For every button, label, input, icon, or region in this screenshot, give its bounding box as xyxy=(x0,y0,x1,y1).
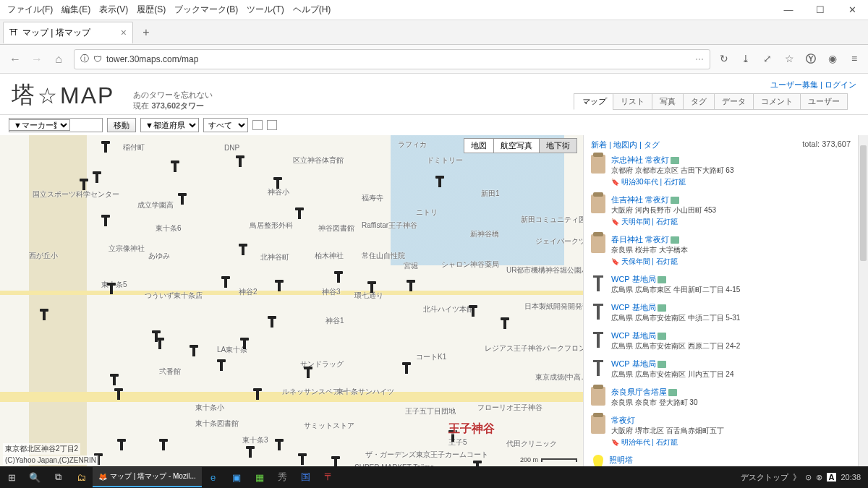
app-icon-5[interactable]: 〒 xyxy=(318,466,341,488)
tray-icon-1[interactable]: ⊙ xyxy=(805,473,812,482)
menu-item[interactable]: 編集(E) xyxy=(59,2,93,17)
nav-tab[interactable]: ユーザー xyxy=(800,93,848,110)
checkbox-1[interactable] xyxy=(252,120,263,130)
tray-chevron-icon[interactable]: 》 xyxy=(793,472,801,483)
tower-marker-icon[interactable] xyxy=(402,362,411,374)
explorer-icon[interactable]: 🗂 xyxy=(69,466,93,488)
tower-title-link[interactable]: WCP 基地局 xyxy=(611,275,656,283)
tower-marker-icon[interactable] xyxy=(159,439,168,450)
tower-tags[interactable]: 明治30年代 | 石灯籠 xyxy=(611,177,851,187)
recruit-link[interactable]: ユーザー募集 xyxy=(770,80,818,89)
yahoo-icon[interactable]: Ⓨ xyxy=(803,53,819,66)
fullscreen-button[interactable]: ⤢ xyxy=(760,53,775,66)
taskbar-firefox[interactable]: 🦊 マップ | 塔マップ - Mozil... xyxy=(93,467,202,487)
tower-title-link[interactable]: 奈良県庁舎塔屋 xyxy=(611,388,667,396)
tower-title-link[interactable]: 照明塔 xyxy=(609,455,633,464)
tower-marker-icon[interactable] xyxy=(435,176,444,187)
tower-marker-icon[interactable] xyxy=(101,215,110,226)
tower-tags[interactable]: 明治年代 | 石灯籠 xyxy=(611,437,851,448)
tower-title-link[interactable]: 春日神社 常夜灯 xyxy=(611,235,669,244)
forward-button[interactable]: → xyxy=(27,53,46,66)
tower-marker-icon[interactable] xyxy=(110,374,119,385)
tower-marker-icon[interactable] xyxy=(253,388,262,400)
tower-marker-icon[interactable] xyxy=(246,446,255,458)
minimize-button[interactable]: — xyxy=(773,0,804,20)
tower-marker-icon[interactable] xyxy=(171,160,179,172)
tower-marker-icon[interactable] xyxy=(236,155,244,167)
tower-marker-icon[interactable] xyxy=(239,244,247,255)
start-button[interactable]: ⊞ xyxy=(0,466,23,488)
new-tab-button[interactable]: + xyxy=(136,22,156,43)
map-type-tab[interactable]: 地下街 xyxy=(539,138,577,153)
tower-marker-icon[interactable] xyxy=(93,171,101,183)
map-type-tab[interactable]: 地図 xyxy=(464,138,494,153)
nav-tab[interactable]: マップ xyxy=(574,93,613,110)
move-button[interactable]: 移動 xyxy=(107,118,136,132)
nav-tab[interactable]: 写真 xyxy=(652,93,684,110)
nav-tab[interactable]: データ xyxy=(714,93,754,110)
menu-item[interactable]: ヘルプ(H) xyxy=(290,2,334,17)
tower-marker-icon[interactable] xyxy=(367,281,376,293)
info-icon[interactable]: ⓘ xyxy=(80,53,89,65)
home-button[interactable]: ⌂ xyxy=(49,53,68,66)
tower-marker-icon[interactable] xyxy=(268,316,276,328)
menu-item[interactable]: ツール(T) xyxy=(244,2,286,17)
menu-item[interactable]: ブックマーク(B) xyxy=(171,2,241,17)
checkbox-2[interactable] xyxy=(267,120,277,130)
app-icon-1[interactable]: ▣ xyxy=(225,466,248,488)
app-icon-3[interactable]: 秀 xyxy=(271,466,294,488)
site-logo[interactable]: 塔 ☆ MAP xyxy=(12,80,114,111)
sidebar-filter-link[interactable]: 地図内 xyxy=(613,140,637,149)
nav-tab[interactable]: コメント xyxy=(753,93,801,110)
nav-tab[interactable]: タグ xyxy=(683,93,715,110)
tower-title-link[interactable]: WCP 基地局 xyxy=(611,331,656,340)
tower-title-link[interactable]: 宗忠神社 常夜灯 xyxy=(611,155,669,164)
tower-marker-icon[interactable] xyxy=(240,338,249,349)
shield-icon[interactable]: 🛡 xyxy=(93,54,102,64)
tower-marker-icon[interactable] xyxy=(298,453,307,465)
login-link[interactable]: ログイン xyxy=(825,80,856,89)
app-icon-2[interactable]: ▦ xyxy=(248,466,271,488)
map-area[interactable]: 地図航空写真地下街 稲付町DNP区立神谷体育館西が丘小国立スポーツ科学センター成… xyxy=(0,135,583,466)
back-button[interactable]: ← xyxy=(6,53,25,66)
reload-button[interactable]: ↻ xyxy=(716,53,732,66)
sidebar-filter-link[interactable]: タグ xyxy=(644,140,660,149)
tower-marker-icon[interactable] xyxy=(473,461,482,466)
tower-marker-icon[interactable] xyxy=(107,283,116,294)
tower-marker-icon[interactable] xyxy=(114,388,123,400)
tower-marker-icon[interactable] xyxy=(178,193,187,205)
tower-marker-icon[interactable] xyxy=(501,317,509,329)
tower-tags[interactable]: 天明年間 | 石灯籠 xyxy=(611,217,851,227)
tower-marker-icon[interactable] xyxy=(80,179,88,190)
map-type-tab[interactable]: 航空写真 xyxy=(493,138,540,153)
tray-icon-2[interactable]: ⊗ xyxy=(816,473,822,482)
tower-marker-icon[interactable] xyxy=(334,271,343,283)
marker-count-select[interactable]: ▼マーカー数 xyxy=(9,119,70,131)
url-field[interactable]: ⓘ 🛡 tower.30maps.com/map ⋯ xyxy=(74,49,710,69)
app-icon-4[interactable]: 国 xyxy=(294,466,318,488)
tower-marker-icon[interactable] xyxy=(117,439,126,450)
tower-title-link[interactable]: 常夜灯 xyxy=(611,416,635,424)
tower-marker-icon[interactable] xyxy=(275,280,284,291)
edge-icon[interactable]: e xyxy=(202,466,225,488)
menu-item[interactable]: 表示(V) xyxy=(96,2,131,17)
tower-marker-icon[interactable] xyxy=(295,207,304,219)
prefecture-select[interactable]: ▼都道府県 xyxy=(140,118,199,132)
all-select[interactable]: すべて xyxy=(203,118,248,132)
tower-marker-icon[interactable] xyxy=(275,439,284,450)
tray-adobe-icon[interactable]: A xyxy=(827,473,837,481)
download-button[interactable]: ⤓ xyxy=(738,53,754,66)
menu-item[interactable]: 履歴(S) xyxy=(134,2,169,17)
tower-marker-icon[interactable] xyxy=(304,367,312,378)
tower-marker-icon[interactable] xyxy=(273,177,282,189)
tower-marker-icon[interactable] xyxy=(331,456,340,466)
tower-title-link[interactable]: WCP 基地局 xyxy=(611,303,656,312)
tower-marker-icon[interactable] xyxy=(221,276,230,288)
tower-marker-icon[interactable] xyxy=(156,338,164,349)
sidebar-scrollbar[interactable] xyxy=(858,135,868,466)
sidebar-filter-link[interactable]: 新着 xyxy=(591,140,607,149)
tower-marker-icon[interactable] xyxy=(407,280,415,291)
browser-tab[interactable]: ⛩ マップ | 塔マップ × xyxy=(3,22,133,43)
menu-item[interactable]: ファイル(F) xyxy=(4,2,56,17)
clock[interactable]: 20:38 xyxy=(841,473,861,481)
